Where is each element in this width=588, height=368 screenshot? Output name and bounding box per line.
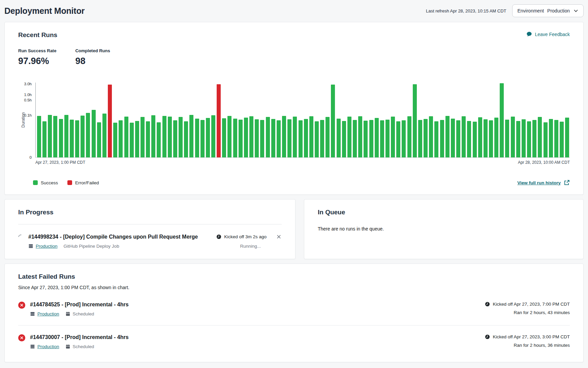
run-bar[interactable]	[473, 122, 477, 157]
run-bar[interactable]	[456, 120, 460, 157]
run-bar[interactable]	[309, 116, 313, 157]
run-bar[interactable]	[179, 117, 183, 157]
run-bar[interactable]	[380, 120, 384, 157]
run-bar[interactable]	[113, 123, 117, 157]
run-bar[interactable]	[413, 84, 417, 157]
run-bar[interactable]	[315, 121, 319, 157]
run-bar[interactable]	[86, 113, 90, 157]
run-bar[interactable]	[59, 119, 63, 157]
run-bar[interactable]	[70, 120, 74, 157]
run-bar[interactable]	[119, 120, 123, 157]
run-bar[interactable]	[429, 116, 433, 157]
run-bar[interactable]	[434, 121, 438, 157]
run-bar[interactable]	[391, 117, 395, 157]
run-bar[interactable]	[560, 122, 564, 157]
run-bar[interactable]	[478, 117, 482, 157]
run-bar[interactable]	[489, 120, 493, 157]
run-bar[interactable]	[407, 116, 411, 157]
run-bar[interactable]	[141, 117, 145, 157]
run-bar[interactable]	[538, 117, 542, 157]
run-bar[interactable]	[157, 122, 161, 157]
run-bar[interactable]	[53, 116, 57, 157]
run-bar[interactable]	[532, 120, 536, 157]
run-bar[interactable]	[255, 119, 259, 157]
run-bar[interactable]	[554, 120, 558, 157]
run-bar[interactable]	[130, 123, 134, 157]
run-bar[interactable]	[516, 121, 520, 157]
environment-dropdown[interactable]: Environment Production	[512, 4, 584, 17]
run-bar[interactable]	[249, 116, 253, 157]
run-bar[interactable]	[527, 121, 531, 157]
run-bar[interactable]	[206, 118, 210, 157]
environment-link[interactable]: Production	[37, 344, 59, 349]
run-bar[interactable]	[184, 121, 188, 157]
run-bar[interactable]	[271, 119, 275, 157]
run-bar[interactable]	[299, 120, 303, 157]
run-bar[interactable]	[424, 119, 428, 157]
run-bar[interactable]	[462, 116, 466, 157]
run-bar[interactable]	[97, 122, 101, 157]
run-bar[interactable]	[484, 119, 488, 157]
close-icon[interactable]	[276, 234, 282, 240]
run-bar[interactable]	[102, 114, 106, 157]
run-bar[interactable]	[244, 118, 248, 157]
run-bar[interactable]	[200, 120, 205, 157]
run-bar[interactable]	[227, 116, 231, 157]
run-bar[interactable]	[108, 85, 112, 157]
run-bar[interactable]	[217, 84, 221, 157]
run-bar[interactable]	[326, 117, 330, 157]
run-bar[interactable]	[37, 116, 41, 157]
run-bar[interactable]	[75, 120, 79, 157]
environment-link[interactable]: Production	[36, 244, 58, 249]
run-bar[interactable]	[565, 118, 569, 157]
run-bar[interactable]	[364, 121, 368, 157]
leave-feedback-link[interactable]: Leave Feedback	[526, 31, 570, 37]
run-bar[interactable]	[81, 116, 85, 157]
run-bar[interactable]	[293, 117, 297, 157]
run-bar[interactable]	[440, 120, 444, 157]
run-bar[interactable]	[195, 119, 199, 157]
run-bar[interactable]	[189, 115, 193, 157]
run-bar[interactable]	[505, 120, 509, 157]
run-bar[interactable]	[48, 115, 52, 157]
run-bar[interactable]	[239, 120, 243, 157]
run-bar[interactable]	[369, 120, 373, 157]
run-bar[interactable]	[467, 121, 471, 157]
run-bar[interactable]	[135, 121, 139, 157]
run-bar[interactable]	[162, 116, 166, 157]
run-bar[interactable]	[549, 119, 553, 157]
run-bar[interactable]	[211, 115, 215, 157]
run-bar[interactable]	[445, 116, 450, 157]
run-bar[interactable]	[304, 119, 308, 157]
run-bar[interactable]	[168, 117, 172, 157]
run-bar[interactable]	[385, 120, 390, 157]
run-bar[interactable]	[260, 120, 264, 157]
run-bar[interactable]	[402, 120, 406, 157]
run-bar[interactable]	[347, 117, 351, 157]
run-bar[interactable]	[451, 119, 455, 157]
run-bar[interactable]	[342, 121, 346, 157]
run-bar[interactable]	[500, 83, 504, 157]
run-bar[interactable]	[282, 116, 286, 157]
run-bar[interactable]	[277, 120, 281, 157]
run-bar[interactable]	[266, 117, 270, 157]
run-bar[interactable]	[146, 121, 150, 157]
run-bar[interactable]	[353, 120, 357, 157]
run-bar[interactable]	[151, 115, 155, 157]
run-bar[interactable]	[544, 122, 548, 157]
run-bar[interactable]	[173, 120, 177, 157]
run-bar[interactable]	[522, 119, 526, 157]
run-bar[interactable]	[64, 115, 68, 157]
run-bar[interactable]	[375, 118, 379, 157]
run-bar[interactable]	[396, 121, 400, 157]
view-full-run-history-link[interactable]: View full run history	[517, 180, 570, 186]
run-bar[interactable]	[92, 110, 96, 157]
run-bar[interactable]	[418, 120, 422, 157]
run-bar[interactable]	[124, 117, 128, 157]
run-bar[interactable]	[358, 116, 362, 157]
run-bar[interactable]	[233, 119, 237, 157]
run-bar[interactable]	[511, 117, 515, 157]
run-bar[interactable]	[337, 119, 341, 157]
run-bar[interactable]	[222, 118, 226, 157]
run-bar[interactable]	[287, 119, 291, 157]
